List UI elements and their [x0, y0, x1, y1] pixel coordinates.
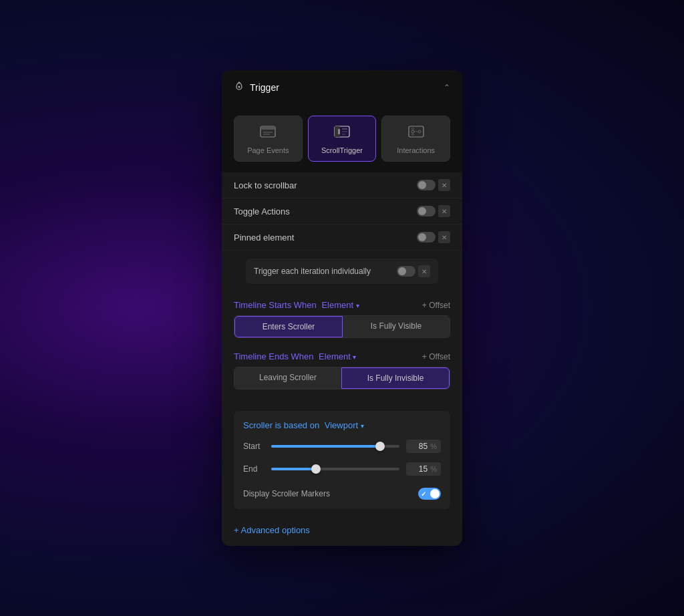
scroll-trigger-icon: [333, 124, 351, 142]
lock-scrollbar-toggle[interactable]: [417, 180, 436, 190]
tab-interactions[interactable]: Interactions: [381, 116, 450, 162]
svg-point-12: [411, 130, 414, 133]
timeline-starts-header: Timeline Starts When Element ▾ + Offset: [234, 300, 450, 310]
tab-page-events[interactable]: Page Events: [234, 116, 303, 162]
timeline-ends-element[interactable]: Element ▾: [319, 351, 356, 361]
lock-scrollbar-controls: ✕: [417, 179, 450, 191]
lock-scrollbar-remove[interactable]: ✕: [438, 179, 450, 191]
timeline-starts-offset[interactable]: + Offset: [422, 301, 450, 310]
start-value-pct: %: [430, 442, 437, 450]
timeline-ends-offset[interactable]: + Offset: [422, 352, 450, 361]
interactions-icon: [407, 124, 425, 142]
end-slider-track[interactable]: [271, 468, 399, 470]
markers-label: Display Scroller Markers: [243, 489, 330, 498]
timeline-ends-header: Timeline Ends When Element ▾ + Offset: [234, 351, 450, 361]
markers-row: Display Scroller Markers: [243, 485, 441, 500]
svg-point-15: [411, 134, 413, 136]
timeline-ends-title: Timeline Ends When Element ▾: [234, 351, 356, 361]
header-title: Trigger: [250, 82, 279, 93]
pinned-element-label: Pinned element: [234, 233, 294, 243]
timeline-starts-section: Timeline Starts When Element ▾ + Offset …: [222, 292, 462, 343]
start-slider-row: Start 85 %: [243, 440, 441, 453]
end-slider-fill: [271, 468, 316, 470]
trigger-panel: Trigger ⌃ Page Events: [222, 70, 462, 546]
svg-point-14: [411, 128, 413, 130]
svg-rect-2: [261, 126, 275, 130]
toggle-actions-toggle[interactable]: [417, 206, 436, 216]
is-fully-visible-btn[interactable]: Is Fully Visible: [343, 316, 450, 337]
timeline-starts-element[interactable]: Element ▾: [321, 300, 359, 310]
tab-bar: Page Events ScrollTrigger: [222, 105, 462, 162]
end-slider-thumb[interactable]: [311, 464, 321, 474]
collapse-icon[interactable]: ⌃: [444, 83, 450, 92]
viewport-selector[interactable]: Viewport ▾: [325, 420, 364, 430]
start-slider-fill: [271, 445, 380, 448]
scroller-section: Scroller is based on Viewport ▾ Start 85…: [234, 411, 450, 509]
start-label: Start: [243, 442, 265, 451]
toggle-actions-controls: ✕: [417, 205, 450, 217]
markers-toggle[interactable]: [418, 488, 441, 500]
svg-rect-7: [338, 129, 340, 134]
tab-page-events-label: Page Events: [247, 146, 289, 154]
pinned-element-remove[interactable]: ✕: [438, 231, 450, 243]
pinned-element-toggle[interactable]: [417, 232, 436, 243]
trigger-iteration-toggle[interactable]: [397, 266, 415, 277]
toggle-actions-remove[interactable]: ✕: [438, 205, 450, 217]
tab-scroll-trigger[interactable]: ScrollTrigger: [308, 116, 377, 162]
end-value-num[interactable]: 15: [410, 464, 428, 474]
tab-interactions-label: Interactions: [397, 146, 435, 154]
end-label: End: [243, 464, 265, 474]
start-slider-thumb[interactable]: [375, 442, 385, 451]
lock-scrollbar-row: Lock to scrollbar ✕: [222, 172, 462, 198]
svg-point-13: [418, 130, 421, 133]
leaving-scroller-btn[interactable]: Leaving Scroller: [234, 367, 341, 389]
start-slider-track[interactable]: [271, 445, 399, 448]
toggle-actions-label: Toggle Actions: [234, 206, 290, 216]
panel-header: Trigger ⌃: [222, 70, 462, 105]
pinned-element-row: Pinned element ✕: [222, 224, 462, 251]
is-fully-invisible-btn[interactable]: Is Fully Invisible: [341, 367, 450, 389]
tab-scroll-trigger-label: ScrollTrigger: [321, 146, 363, 154]
trigger-iteration-remove[interactable]: ✕: [418, 265, 430, 277]
header-left: Trigger: [234, 81, 279, 94]
lock-scrollbar-label: Lock to scrollbar: [234, 180, 297, 190]
start-slider-value: 85 %: [406, 440, 441, 453]
advanced-options-link[interactable]: + Advanced options: [222, 517, 462, 546]
enters-scroller-btn[interactable]: Enters Scroller: [234, 316, 343, 337]
svg-point-0: [238, 86, 240, 88]
timeline-starts-title: Timeline Starts When Element ▾: [234, 300, 359, 310]
panel-body: Lock to scrollbar ✕ Toggle Actions ✕ Pin…: [222, 172, 462, 546]
trigger-iteration-label: Trigger each iteration individually: [254, 267, 371, 276]
trigger-iteration-row: Trigger each iteration individually ✕: [246, 259, 438, 284]
pinned-element-controls: ✕: [417, 231, 450, 243]
start-value-num[interactable]: 85: [410, 442, 428, 451]
page-events-icon: [259, 124, 277, 142]
end-value-pct: %: [430, 465, 437, 473]
scroller-header: Scroller is based on Viewport ▾: [243, 420, 441, 430]
end-slider-value: 15 %: [406, 462, 441, 476]
toggle-actions-row: Toggle Actions ✕: [222, 198, 462, 224]
trigger-icon: [234, 81, 244, 94]
timeline-ends-section: Timeline Ends When Element ▾ + Offset Le…: [222, 343, 462, 395]
timeline-starts-options: Enters Scroller Is Fully Visible: [234, 315, 450, 338]
timeline-ends-options: Leaving Scroller Is Fully Invisible: [234, 367, 450, 390]
end-slider-row: End 15 %: [243, 462, 441, 476]
